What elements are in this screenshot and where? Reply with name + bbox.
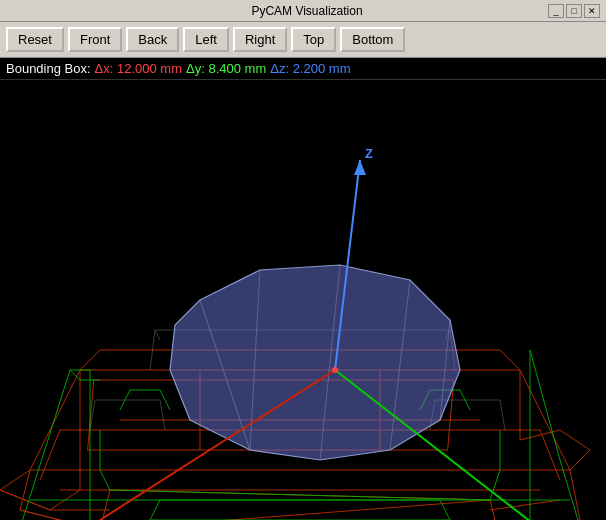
bounding-box-dy: Δy: 8.400 mm [186,61,266,76]
right-button[interactable]: Right [233,27,287,52]
view-toolbar: Reset Front Back Left Right Top Bottom [0,22,606,58]
bounding-box-label: Bounding Box: [6,61,91,76]
window-title: PyCAM Visualization [66,4,548,18]
close-button[interactable]: ✕ [584,4,600,18]
scene-svg: Z Y [0,80,606,520]
bottom-button[interactable]: Bottom [340,27,405,52]
bounding-box-bar: Bounding Box: Δx: 12.000 mm Δy: 8.400 mm… [0,58,606,80]
maximize-button[interactable]: □ [566,4,582,18]
title-bar: PyCAM Visualization _ □ ✕ [0,0,606,22]
bounding-box-dx: Δx: 12.000 mm [95,61,182,76]
top-button[interactable]: Top [291,27,336,52]
left-button[interactable]: Left [183,27,229,52]
3d-viewport[interactable]: Z Y [0,80,606,520]
3d-model-polygon [170,265,460,460]
front-button[interactable]: Front [68,27,122,52]
minimize-button[interactable]: _ [548,4,564,18]
origin-dot [332,367,338,373]
bounding-box-dz: Δz: 2.200 mm [270,61,350,76]
back-button[interactable]: Back [126,27,179,52]
reset-button[interactable]: Reset [6,27,64,52]
z-axis-label: Z [365,146,373,161]
window-controls: _ □ ✕ [548,4,600,18]
